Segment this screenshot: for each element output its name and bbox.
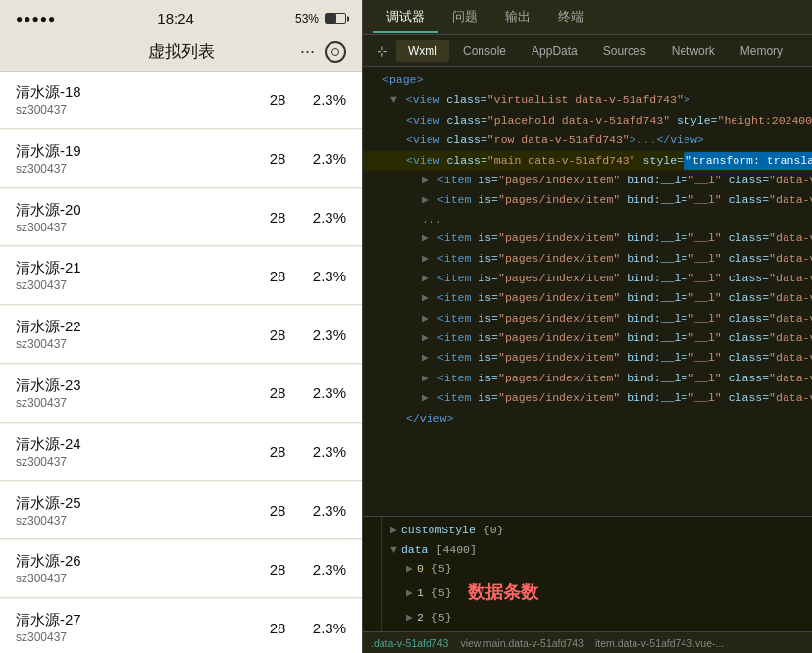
- xml-line: ▶ <item is="pages/index/item" bind:__l="…: [363, 348, 812, 368]
- page-title: 虚拟列表: [148, 40, 215, 63]
- list-item[interactable]: 清水源-20 sz300437 28 2.3%: [0, 189, 362, 247]
- list-item[interactable]: 清水源-19 sz300437 28 2.3%: [0, 130, 362, 188]
- item-num: 28: [258, 384, 297, 401]
- prop-customStyle: ▶ customStyle {0}: [390, 521, 812, 540]
- prop-data-0: ▶ 0 {5}: [390, 559, 812, 578]
- battery-area: 53%: [295, 12, 346, 25]
- cursor-icon[interactable]: ⊹: [371, 39, 394, 63]
- list-item[interactable]: 清水源-22 sz300437 28 2.3%: [0, 306, 362, 364]
- xml-line: ▶ <item is="pages/index/item" bind:__l="…: [363, 228, 812, 248]
- item-num: 28: [258, 209, 297, 226]
- carrier-label: ●●●●●: [16, 12, 56, 25]
- xml-line: ▶ <item is="pages/index/item" bind:__l="…: [363, 388, 812, 408]
- item-name: 清水源-25 sz300437: [16, 492, 258, 529]
- item-num: 28: [258, 443, 297, 460]
- tab-wxml[interactable]: Wxml: [396, 40, 449, 62]
- xml-line: ▶ <item is="pages/index/item" bind:__l="…: [363, 190, 812, 210]
- xml-line: ▶ <item is="pages/index/item" bind:__l="…: [363, 171, 812, 190]
- props-tree[interactable]: ▶ customStyle {0} ▼ data [4400] ▶ 0 {5}: [382, 517, 812, 631]
- item-name: 清水源-24 sz300437: [16, 433, 258, 471]
- item-num: 28: [258, 326, 297, 343]
- item-name: 清水源-26 sz300437: [16, 550, 258, 587]
- battery-fill: [326, 14, 336, 23]
- item-name: 清水源-27 sz300437: [16, 609, 258, 646]
- tab-appdata[interactable]: AppData: [520, 40, 589, 62]
- data-count-annotation: 数据条数: [468, 578, 538, 609]
- status-bar: ●●●●● 18:24 53%: [0, 0, 362, 32]
- xml-line: ▶ <item is="pages/index/item" bind:__l="…: [363, 328, 812, 348]
- battery-icon: [325, 13, 346, 24]
- prop-data-2: ▶ 2 {5}: [390, 608, 812, 628]
- scan-icon[interactable]: [325, 41, 346, 63]
- line-numbers-gutter: [363, 517, 382, 631]
- more-icon[interactable]: ···: [300, 41, 315, 62]
- title-icons: ···: [300, 41, 346, 63]
- item-pct: 2.3%: [297, 91, 346, 108]
- phone-title-bar: 虚拟列表 ···: [0, 32, 362, 72]
- list-item[interactable]: 清水源-25 sz300437 28 2.3%: [0, 482, 362, 540]
- battery-pct-label: 53%: [295, 12, 319, 25]
- xml-line: ▼ <view class="virtualList data-v-51afd7…: [363, 90, 812, 110]
- item-num: 28: [258, 561, 297, 578]
- top-tabs: 调试器 问题 输出 终端: [363, 0, 812, 35]
- item-pct: 2.3%: [297, 620, 346, 636]
- prop-data: ▼ data [4400]: [390, 540, 812, 560]
- tab-console[interactable]: Console: [451, 40, 518, 62]
- xml-line: <page>: [363, 71, 812, 90]
- tab-output[interactable]: 输出: [491, 2, 544, 33]
- item-num: 28: [258, 150, 297, 167]
- item-name: 清水源-20 sz300437: [16, 199, 258, 236]
- time-label: 18:24: [157, 10, 194, 26]
- item-pct: 2.3%: [297, 326, 346, 343]
- list-item[interactable]: 清水源-27 sz300437 28 2.3%: [0, 599, 362, 653]
- item-pct: 2.3%: [297, 209, 346, 226]
- path-2[interactable]: view.main.data-v-51afd743: [460, 637, 584, 649]
- xml-viewer[interactable]: <page> ▼ <view class="virtualList data-v…: [363, 67, 812, 516]
- item-name: 清水源-23 sz300437: [16, 375, 258, 412]
- list-item[interactable]: 清水源-24 sz300437 28 2.3%: [0, 424, 362, 481]
- tab-issues[interactable]: 问题: [438, 2, 491, 33]
- item-pct: 2.3%: [297, 502, 346, 519]
- path-list: .data-v-51afd743 view.main.data-v-51afd7…: [371, 637, 724, 649]
- virtual-list[interactable]: 清水源-18 sz300437 28 2.3% 清水源-19 sz300437 …: [0, 72, 362, 653]
- item-name: 清水源-18 sz300437: [16, 81, 258, 119]
- item-num: 28: [258, 502, 297, 519]
- path-1[interactable]: .data-v-51afd743: [371, 637, 448, 649]
- xml-line: ▶ <item is="pages/index/item" bind:__l="…: [363, 269, 812, 288]
- list-item[interactable]: 清水源-21 sz300437 28 2.3%: [0, 247, 362, 305]
- item-pct: 2.3%: [297, 443, 346, 460]
- tab-terminal[interactable]: 终端: [544, 2, 597, 33]
- tab-network[interactable]: Network: [660, 40, 727, 62]
- sub-tabs: ⊹ Wxml Console AppData Sources Network M…: [363, 35, 812, 67]
- xml-line: ▶ <item is="pages/index/item" bind:__l="…: [363, 309, 812, 328]
- xml-line: ▶ <item is="pages/index/item" bind:__l="…: [363, 249, 812, 269]
- scan-inner: [331, 48, 339, 56]
- item-name: 清水源-19 sz300437: [16, 140, 258, 177]
- path-3[interactable]: item.data-v-51afd743.vue-...: [595, 637, 724, 649]
- xml-line: </view>: [363, 409, 812, 428]
- bottom-panel: ▶ customStyle {0} ▼ data [4400] ▶ 0 {5}: [363, 516, 812, 653]
- tab-debugger[interactable]: 调试器: [373, 2, 438, 33]
- xml-line: ▶ <item is="pages/index/item" bind:__l="…: [363, 288, 812, 308]
- footer-breadcrumb: .data-v-51afd743 view.main.data-v-51afd7…: [363, 631, 812, 653]
- prop-data-1: ▶ 1 {5} 数据条数: [390, 578, 812, 609]
- item-pct: 2.3%: [297, 268, 346, 284]
- list-item[interactable]: 清水源-18 sz300437 28 2.3%: [0, 72, 362, 129]
- xml-line: <view class="row data-v-51afd743">...</v…: [363, 130, 812, 150]
- xml-line-highlighted: <view class="main data-v-51afd743" style…: [363, 151, 812, 171]
- list-item[interactable]: 清水源-23 sz300437 28 2.3%: [0, 365, 362, 423]
- item-num: 28: [258, 620, 297, 636]
- xml-line: <view class="placehold data-v-51afd743" …: [363, 111, 812, 130]
- item-pct: 2.3%: [297, 384, 346, 401]
- item-num: 28: [258, 268, 297, 284]
- item-name: 清水源-21 sz300437: [16, 257, 258, 294]
- devtools-panel: 调试器 问题 输出 终端 ⊹ Wxml Console AppData Sour…: [363, 0, 812, 653]
- phone-panel: ●●●●● 18:24 53% 虚拟列表 ··· 清水源-18 sz300437…: [0, 0, 363, 653]
- tab-memory[interactable]: Memory: [729, 40, 794, 62]
- item-num: 28: [258, 91, 297, 108]
- xml-ellipsis: ...: [363, 211, 812, 228]
- list-item[interactable]: 清水源-26 sz300437 28 2.3%: [0, 540, 362, 598]
- item-name: 清水源-22 sz300437: [16, 316, 258, 353]
- tab-sources[interactable]: Sources: [591, 40, 658, 62]
- item-pct: 2.3%: [297, 150, 346, 167]
